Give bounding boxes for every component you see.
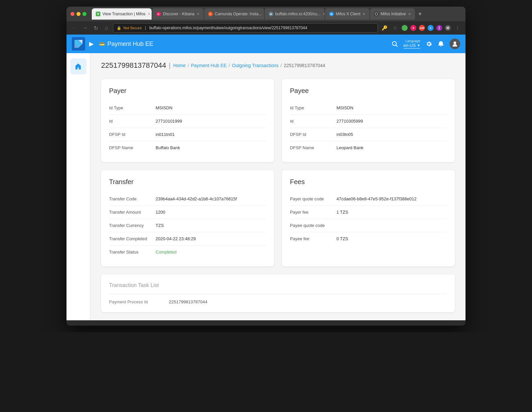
- payee-id-type-value: MSISDN: [336, 105, 353, 110]
- svg-point-0: [375, 13, 378, 15]
- payer-fields: Id Type MSISDN Id 27710101999 DFSP Id in…: [109, 101, 266, 154]
- tab-mifos-client[interactable]: M Mifos X Client ✕: [325, 8, 369, 20]
- payer-id-label: Id: [109, 119, 156, 124]
- tab-label-2: Discover - Kibana: [163, 12, 195, 16]
- payee-dfsp-name-label: DFSP Name: [290, 145, 336, 150]
- maximize-button[interactable]: [82, 12, 86, 16]
- tab-close-2[interactable]: ✕: [197, 12, 200, 16]
- payee-dfsp-name-value: Leopard Bank: [336, 145, 363, 150]
- new-tab-button[interactable]: +: [416, 11, 425, 18]
- tab-close-1[interactable]: ✕: [148, 12, 151, 16]
- url-bar[interactable]: 🔒 Not Secure | buffalo-operations.mifos.…: [113, 23, 378, 33]
- url-text: buffalo-operations.mifos.io/paymenthubee…: [149, 26, 307, 30]
- transfer-code-row: Transfer Code 239b4aa4-434d-42d2-a1b8-4c…: [109, 192, 266, 206]
- fees-fields: Payer quote code 47cdae06-b8e8-47e5-952e…: [290, 192, 447, 245]
- page-transaction-id: 2251799813787044: [101, 61, 166, 70]
- breadcrumb-sep-2: /: [229, 63, 230, 68]
- payer-id-type-value: MSISDN: [156, 105, 173, 110]
- nav-toggle-button[interactable]: ▶: [89, 40, 94, 48]
- payer-payee-row: Payer Id Type MSISDN Id 27710101999: [101, 79, 455, 162]
- payee-quote-code-label: Payee quote code: [290, 223, 336, 228]
- payee-fee-value: 0 TZS: [336, 236, 348, 241]
- transfer-currency-value: TZS: [156, 223, 164, 228]
- transfer-currency-label: Transfer Currency: [109, 223, 156, 228]
- tab-label-1: View Transaction | Mifos: [102, 12, 146, 16]
- minimize-button[interactable]: [76, 12, 80, 16]
- ext-plus[interactable]: +: [428, 25, 434, 31]
- nav-wallet-icon: 💳: [99, 41, 105, 47]
- tab-mifos-initiative[interactable]: Mifos Initiative ✕: [370, 8, 415, 20]
- breadcrumb-current: 2251799813787044: [284, 63, 325, 68]
- payee-id-row: Id 27710305999: [290, 115, 447, 128]
- ext-red[interactable]: ●: [410, 25, 416, 31]
- tab-camunda[interactable]: C Camunda Operate: Insta... ✕: [204, 8, 264, 20]
- payer-dfsp-name-row: DFSP Name Buffalo Bank: [109, 141, 266, 154]
- key-icon[interactable]: 🔑: [380, 24, 388, 32]
- transfer-completed-label: Transfer Completed: [109, 236, 156, 241]
- traffic-lights: [70, 12, 86, 16]
- payment-process-id-row: Payment Process Id 2251799813787044: [109, 299, 447, 304]
- tab-close-6[interactable]: ✕: [408, 12, 411, 16]
- not-secure-label: Not Secure: [123, 26, 142, 30]
- transfer-completed-row: Transfer Completed 2020-04-22 23:48:29: [109, 232, 266, 246]
- task-list-section: Transaction Task List Payment Process Id…: [101, 274, 455, 312]
- app-container: ▶ 💳 Payment Hub EE Language en-US: [66, 35, 466, 320]
- top-navbar: ▶ 💳 Payment Hub EE Language en-US: [66, 35, 466, 53]
- tab-buffalo[interactable]: M buffalo.mifos.io:4200/cu... ✕: [265, 8, 325, 20]
- url-separator: |: [145, 26, 146, 30]
- tab-icon-4: M: [269, 12, 273, 16]
- svg-point-7: [454, 42, 456, 44]
- transfer-status-value: Completed: [156, 250, 177, 255]
- breadcrumb-home[interactable]: Home: [173, 63, 186, 68]
- payer-id-type-label: Id Type: [109, 105, 156, 110]
- payee-card: Payee Id Type MSISDN Id 27710305999: [282, 79, 455, 162]
- chevron-down-icon: ▼: [417, 44, 420, 47]
- tab-close-3[interactable]: ✕: [264, 12, 264, 16]
- payee-quote-code-row: Payee quote code: [290, 219, 447, 232]
- back-button[interactable]: ←: [70, 24, 78, 32]
- breadcrumb-payment-hub[interactable]: Payment Hub EE: [191, 63, 226, 68]
- tab-close-5[interactable]: ✕: [362, 12, 365, 16]
- tab-label-3: Camunda Operate: Insta...: [215, 12, 262, 16]
- sidebar-item-home[interactable]: [70, 58, 86, 74]
- menu-icon[interactable]: ⋮: [454, 24, 462, 32]
- tab-icon-1: [96, 12, 100, 16]
- ext-avatar[interactable]: M: [445, 25, 451, 31]
- tab-kibana[interactable]: K Discover - Kibana ✕: [152, 8, 203, 20]
- app-body: 2251799813787044 | Home / Payment Hub EE…: [66, 53, 466, 320]
- breadcrumb-area: 2251799813787044 | Home / Payment Hub EE…: [101, 61, 455, 70]
- transfer-amount-value: 1200: [156, 210, 165, 215]
- payee-card-title: Payee: [290, 87, 447, 95]
- payment-process-id-label: Payment Process Id: [109, 299, 169, 304]
- nav-title-area: 💳 Payment Hub EE: [99, 41, 153, 48]
- star-icon[interactable]: ☆: [391, 24, 399, 32]
- refresh-button[interactable]: ↻: [92, 24, 100, 32]
- browser-titlebar: View Transaction | Mifos ✕ K Discover - …: [66, 7, 466, 21]
- payee-fee-label: Payee fee: [290, 236, 336, 241]
- ext-green[interactable]: [402, 25, 408, 31]
- tab-view-transaction[interactable]: View Transaction | Mifos ✕: [92, 8, 152, 20]
- transfer-fees-row: Transfer Transfer Code 239b4aa4-434d-42d…: [101, 170, 455, 266]
- breadcrumb: Home / Payment Hub EE / Outgoing Transac…: [173, 63, 325, 68]
- payer-dfsp-name-value: Buffalo Bank: [156, 145, 180, 150]
- breadcrumb-outgoing[interactable]: Outgoing Transactions: [232, 63, 279, 68]
- search-button[interactable]: [391, 41, 398, 47]
- payment-process-id-value: 2251799813787044: [169, 299, 207, 304]
- security-icon: 🔒: [117, 26, 121, 30]
- language-selector[interactable]: Language en-US ▼: [403, 39, 420, 49]
- task-list-title: Transaction Task List: [109, 282, 447, 294]
- close-button[interactable]: [70, 12, 74, 16]
- nav-title: Payment Hub EE: [107, 41, 153, 48]
- notification-bell-icon[interactable]: [438, 41, 444, 47]
- home-button[interactable]: ⌂: [102, 24, 110, 32]
- settings-icon[interactable]: [426, 41, 432, 47]
- forward-button[interactable]: →: [81, 24, 89, 32]
- ext-abp[interactable]: ABP: [419, 25, 425, 31]
- app-logo[interactable]: [72, 37, 85, 51]
- nav-actions: Language en-US ▼: [391, 39, 460, 49]
- payee-id-label: Id: [290, 119, 336, 124]
- ext-purple[interactable]: Z: [436, 25, 442, 31]
- user-avatar[interactable]: [450, 39, 460, 49]
- payer-quote-code-value: 47cdae06-b8e8-47e5-952e-f137f388e012: [336, 196, 417, 201]
- tab-close-4[interactable]: ✕: [323, 12, 324, 16]
